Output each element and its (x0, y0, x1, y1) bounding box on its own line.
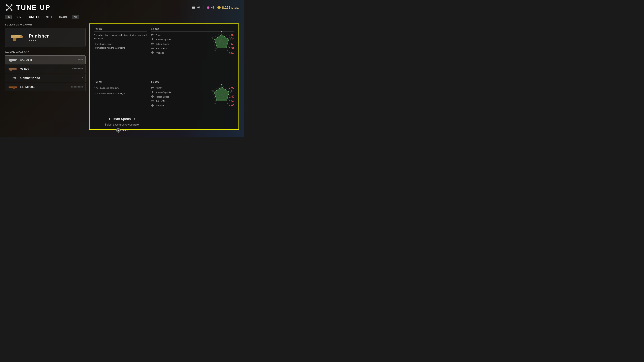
weapon-row-knife[interactable]: Combat Knife (5, 73, 86, 82)
svg-rect-23 (152, 35, 152, 36)
upgrade-dot-3 (33, 40, 34, 41)
perks-label-top: Perks (94, 27, 148, 31)
ammo-icon-top (151, 38, 154, 41)
selected-weapon-upgrades (29, 40, 42, 41)
svg-point-30 (152, 52, 153, 53)
weapon-row-w870[interactable]: W-870 (5, 64, 86, 73)
perk-desc-bottom: A well-balanced handgun. (94, 86, 148, 90)
svg-rect-49 (151, 87, 153, 88)
rof-icon-bottom (151, 100, 154, 103)
svg-rect-12 (15, 59, 17, 60)
w870-image (8, 66, 18, 71)
srm1903-image (8, 84, 18, 89)
svg-rect-52 (152, 91, 153, 93)
bottom-nav: ‹ Max Specs › Select a weapon to compare… (0, 116, 244, 133)
main-container: TUNE UP x0 x4 8,296 ptas. LB | BUY | TUN… (0, 0, 244, 137)
perk-list-top: - Penetration power - Compatible with th… (94, 42, 148, 50)
perk-feature-2: - Compatible with the laser sight (94, 46, 148, 50)
svg-point-3 (11, 9, 12, 11)
left-bumper-btn: LB (5, 15, 12, 19)
currency-divider (203, 6, 204, 9)
pentagon-top: 🔫 ⊕ ≡ ⊞ ⊙ (211, 31, 232, 53)
chip-icon (192, 6, 196, 8)
svg-rect-15 (16, 68, 17, 70)
perks-section-top: Perks A handgun that retains excellent p… (94, 27, 148, 73)
prev-arrow[interactable]: ‹ (109, 116, 110, 121)
punisher-image-box (8, 31, 25, 43)
svg-rect-7 (20, 36, 23, 37)
select-hint: Select a weapon to compare. (105, 123, 139, 126)
svg-rect-24 (152, 38, 153, 40)
selected-weapon-box: Punisher (5, 28, 86, 47)
header-left: TUNE UP (5, 3, 50, 12)
svg-rect-51 (152, 88, 152, 89)
pentagon-bottom: 🔫 ⊕ ≡ ⊞ ⊙ (211, 84, 232, 105)
specs-section-top: Specs Power 1.90 Ammo Capacity (151, 27, 234, 73)
nav-tabs: LB | BUY | TUNE UP | SELL | TRADE | RB (5, 15, 239, 19)
nav-sell[interactable]: SELL (44, 16, 55, 19)
page-title: TUNE UP (16, 3, 50, 11)
owned-weapons-label: OWNED WEAPONS (5, 51, 86, 53)
svg-text:⊞: ⊞ (214, 50, 216, 51)
reload-icon-top (151, 42, 154, 45)
pesetas-display: 8,296 ptas. (217, 6, 239, 9)
upgrade-dot-2 (31, 40, 32, 41)
currency1-value: x0 (197, 6, 200, 9)
nav-trade[interactable]: TRADE (57, 16, 70, 19)
svg-text:🔫: 🔫 (221, 84, 222, 85)
nav-buy[interactable]: BUY (14, 16, 23, 19)
pesetas-value: 8,296 ptas. (222, 6, 239, 9)
svg-rect-13 (10, 60, 12, 62)
comparison-panel: Perks A handgun that retains excellent p… (89, 23, 239, 130)
gem-icon (207, 6, 210, 9)
w870-name: W-870 (20, 67, 70, 71)
perks-label-bottom: Perks (94, 80, 148, 84)
upgrade-dot-1 (29, 40, 30, 41)
svg-rect-50 (153, 87, 154, 88)
knife-image (8, 75, 18, 80)
srm1903-upgrades (71, 86, 83, 87)
svg-point-2 (6, 4, 8, 6)
precision-icon-bottom (151, 104, 154, 107)
coin-icon (217, 6, 221, 9)
srm1903-name: SR M1903 (20, 85, 68, 89)
svg-rect-20 (13, 87, 14, 89)
perk-feature-1: - Penetration power (94, 42, 148, 46)
back-btn-circle[interactable]: B (116, 128, 120, 133)
svg-text:⊙: ⊙ (212, 37, 213, 38)
svg-text:≡: ≡ (227, 50, 228, 51)
w870-upgrades (72, 68, 83, 69)
svg-rect-16 (10, 69, 12, 71)
nav-tuneup[interactable]: TUNE UP (25, 15, 42, 19)
svg-rect-19 (16, 86, 18, 87)
selected-weapon-label: SELECTED WEAPON (5, 23, 86, 26)
weapon-row-srm1903[interactable]: SR M1903 (5, 83, 86, 91)
gun-icon-bottom (151, 86, 154, 89)
right-bumper-btn: RB (72, 15, 79, 19)
back-btn-group: B Back (116, 128, 128, 133)
next-arrow[interactable]: › (134, 116, 136, 121)
compare-row-top: Perks A handgun that retains excellent p… (90, 24, 238, 77)
svg-rect-21 (151, 34, 153, 35)
weapon-row-sg09r[interactable]: SG-09 R (5, 55, 86, 64)
max-specs-nav: ‹ Max Specs › (109, 116, 135, 121)
svg-text:≡: ≡ (227, 103, 228, 104)
svg-point-58 (152, 105, 153, 106)
svg-rect-10 (21, 35, 22, 36)
tune-up-icon (5, 3, 14, 12)
perk-feature-b1: - Compatible with the laser sight (94, 91, 148, 95)
selected-weapon-name: Punisher (29, 33, 49, 39)
owned-weapons-list: SG-09 R (5, 55, 86, 91)
svg-rect-9 (15, 35, 20, 36)
svg-point-4 (11, 4, 12, 6)
svg-rect-18 (8, 86, 17, 88)
perk-desc-top: A handgun that retains excellent penetra… (94, 33, 148, 40)
svg-rect-17 (9, 78, 12, 78)
svg-text:⊕: ⊕ (230, 37, 232, 38)
gun-icon-top (151, 34, 154, 36)
svg-text:⊞: ⊞ (214, 103, 216, 104)
perk-list-bottom: - Compatible with the laser sight (94, 91, 148, 95)
svg-text:⊙: ⊙ (212, 90, 213, 91)
sg09r-image (8, 57, 18, 62)
punisher-gun-svg (10, 33, 24, 42)
